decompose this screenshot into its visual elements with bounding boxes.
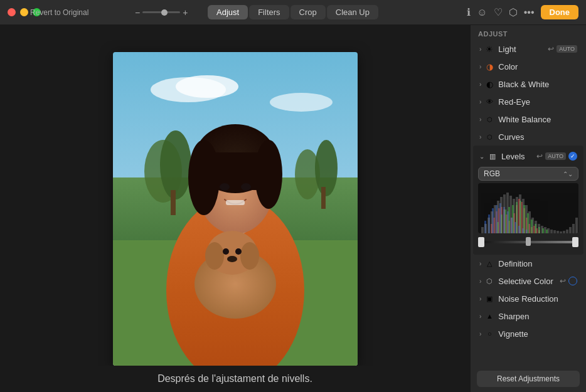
selectivecolor-label: Selective Color (498, 277, 560, 286)
svg-point-9 (315, 140, 338, 196)
tab-cleanup[interactable]: Clean Up (327, 5, 378, 19)
light-auto-badge[interactable]: AUTO (557, 45, 577, 53)
close-button[interactable] (8, 8, 16, 16)
zoom-slider[interactable] (142, 11, 180, 13)
zoom-minus-icon[interactable]: − (135, 8, 140, 18)
definition-icon: △ (484, 258, 494, 268)
emoji-icon[interactable]: ☺ (477, 7, 487, 18)
curves-label: Curves (498, 132, 577, 142)
adjust-item-curves[interactable]: › ⬡ Curves (473, 128, 583, 146)
svg-rect-76 (481, 227, 484, 233)
chevron-right-icon: › (479, 331, 481, 337)
svg-rect-101 (560, 231, 562, 233)
levels-slider-row (478, 236, 578, 248)
chevron-right-icon: › (479, 98, 481, 105)
svg-rect-95 (541, 226, 543, 233)
levels-label: Levels (501, 152, 536, 161)
titlebar: Revert to Original − + Adjust Filters Cr… (0, 0, 586, 25)
info-icon[interactable]: ℹ (467, 6, 471, 18)
redeye-label: Red-Eye (498, 97, 577, 107)
chevron-right-icon: › (479, 81, 481, 88)
svg-rect-84 (506, 193, 509, 233)
selectivecolor-actions: ↩ (560, 277, 577, 285)
revert-button[interactable]: Revert to Original (30, 8, 88, 17)
adjust-item-light[interactable]: › ☀ Light ↩ AUTO (473, 40, 583, 58)
adjust-item-redeye[interactable]: › 👁 Red-Eye (473, 93, 583, 110)
share-icon[interactable]: ⬡ (509, 6, 518, 18)
levels-actions: ↩ AUTO ✓ (536, 152, 577, 161)
svg-point-27 (235, 248, 242, 255)
zoom-plus-icon[interactable]: + (183, 8, 188, 18)
selectivecolor-reset-icon[interactable]: ↩ (560, 277, 566, 285)
svg-rect-21 (226, 200, 245, 205)
svg-rect-102 (563, 231, 565, 233)
blackwhite-label: Black & White (498, 80, 577, 89)
tab-adjust[interactable]: Adjust (208, 5, 248, 19)
svg-rect-85 (509, 196, 512, 233)
adjust-item-whitebalance[interactable]: › ⬡ White Balance (473, 110, 583, 128)
svg-rect-104 (569, 227, 572, 233)
light-actions: ↩ AUTO (548, 45, 577, 53)
svg-rect-103 (566, 230, 568, 233)
levels-auto-badge[interactable]: AUTO (545, 152, 566, 160)
levels-handle-right[interactable] (572, 237, 578, 247)
curves-icon: ⬡ (484, 132, 494, 142)
color-icon: ◑ (484, 61, 494, 72)
chevron-down-icon: ⌄ (479, 153, 484, 160)
adjust-item-color[interactable]: › ◑ Color (473, 58, 583, 75)
svg-rect-86 (513, 199, 515, 233)
adjust-item-definition[interactable]: › △ Definition (473, 255, 583, 272)
adjust-item-vignette[interactable]: › ○ Vignette (473, 325, 583, 342)
chevron-right-icon: › (479, 260, 481, 267)
svg-rect-88 (519, 194, 521, 233)
adjust-list: › ☀ Light ↩ AUTO › ◑ Color › ◐ Black & W… (471, 40, 586, 366)
chevron-right-icon: › (479, 134, 481, 140)
whitebalance-label: White Balance (498, 115, 577, 124)
tab-crop[interactable]: Crop (290, 5, 326, 19)
noisereduction-icon: ▣ (484, 294, 494, 304)
caption-area: Després de l'ajustament de nivells. (0, 366, 470, 392)
levels-icon: ▥ (487, 151, 498, 161)
selectivecolor-icon: ⬡ (484, 276, 494, 286)
more-icon[interactable]: ••• (524, 7, 535, 18)
light-label: Light (498, 45, 548, 54)
reset-adjustments-button[interactable]: Reset Adjustments (477, 371, 580, 387)
levels-handle-mid[interactable] (526, 237, 531, 246)
tab-filters[interactable]: Filters (249, 5, 289, 19)
heart-icon[interactable]: ♡ (494, 6, 503, 18)
levels-section: ⌄ ▥ Levels ↩ AUTO ✓ RGB ⌃⌄ (473, 146, 583, 255)
chevron-right-icon: › (479, 313, 481, 320)
levels-reset-icon[interactable]: ↩ (536, 152, 543, 161)
svg-rect-105 (572, 224, 575, 233)
redeye-icon: 👁 (484, 97, 494, 107)
svg-rect-82 (500, 197, 503, 233)
adjust-item-blackwhite[interactable]: › ◐ Black & White (473, 75, 583, 93)
svg-point-20 (241, 183, 251, 191)
adjust-item-selectivecolor[interactable]: › ⬡ Selective Color ↩ (473, 272, 583, 290)
histogram-area (478, 183, 578, 233)
svg-rect-90 (525, 205, 528, 233)
levels-check-icon[interactable]: ✓ (568, 152, 577, 161)
definition-label: Definition (498, 259, 577, 268)
rgb-select[interactable]: RGB ⌃⌄ (478, 167, 578, 181)
levels-header[interactable]: ⌄ ▥ Levels ↩ AUTO ✓ (477, 148, 580, 164)
light-reset-icon[interactable]: ↩ (548, 45, 554, 53)
vignette-icon: ○ (484, 329, 494, 339)
svg-rect-106 (575, 218, 578, 233)
svg-point-26 (223, 248, 229, 255)
svg-rect-18 (194, 152, 276, 190)
light-icon: ☀ (484, 44, 494, 54)
svg-rect-99 (553, 230, 556, 233)
svg-rect-7 (171, 190, 176, 215)
minimize-button[interactable] (20, 8, 28, 16)
selectivecolor-circle-icon[interactable] (568, 277, 577, 285)
adjust-item-sharpen[interactable]: › ▲ Sharpen (473, 307, 583, 325)
levels-handle-left[interactable] (478, 237, 484, 247)
done-button[interactable]: Done (541, 5, 579, 19)
adjust-item-noisereduction[interactable]: › ▣ Noise Reduction (473, 290, 583, 307)
svg-rect-100 (557, 231, 559, 233)
svg-point-24 (205, 242, 224, 270)
svg-rect-80 (494, 205, 496, 233)
svg-rect-91 (528, 211, 531, 233)
sharpen-label: Sharpen (498, 312, 577, 321)
